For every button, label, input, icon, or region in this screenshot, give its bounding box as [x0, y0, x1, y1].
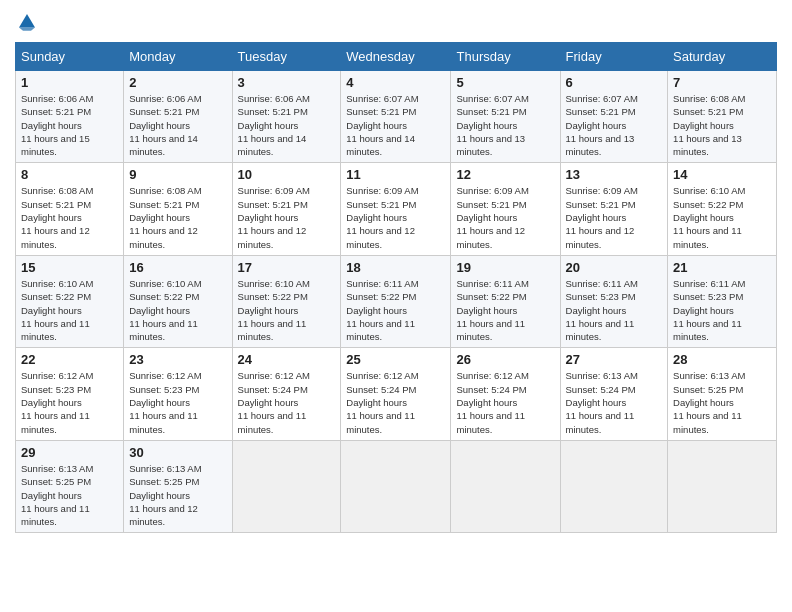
- calendar-cell: 4Sunrise: 6:07 AMSunset: 5:21 PMDaylight…: [341, 71, 451, 163]
- day-info: Sunrise: 6:08 AMSunset: 5:21 PMDaylight …: [129, 184, 226, 250]
- day-info: Sunrise: 6:06 AMSunset: 5:21 PMDaylight …: [129, 92, 226, 158]
- header-wednesday: Wednesday: [341, 43, 451, 71]
- calendar-cell: 3Sunrise: 6:06 AMSunset: 5:21 PMDaylight…: [232, 71, 341, 163]
- header-thursday: Thursday: [451, 43, 560, 71]
- day-info: Sunrise: 6:10 AMSunset: 5:22 PMDaylight …: [238, 277, 336, 343]
- day-info: Sunrise: 6:06 AMSunset: 5:21 PMDaylight …: [21, 92, 118, 158]
- calendar-cell: [560, 440, 668, 532]
- day-number: 9: [129, 167, 226, 182]
- day-number: 29: [21, 445, 118, 460]
- day-info: Sunrise: 6:09 AMSunset: 5:21 PMDaylight …: [238, 184, 336, 250]
- day-info: Sunrise: 6:08 AMSunset: 5:21 PMDaylight …: [673, 92, 771, 158]
- svg-marker-1: [19, 28, 35, 31]
- calendar-cell: 13Sunrise: 6:09 AMSunset: 5:21 PMDayligh…: [560, 163, 668, 255]
- day-info: Sunrise: 6:11 AMSunset: 5:22 PMDaylight …: [346, 277, 445, 343]
- day-number: 1: [21, 75, 118, 90]
- calendar-cell: [668, 440, 777, 532]
- calendar-body: 1Sunrise: 6:06 AMSunset: 5:21 PMDaylight…: [16, 71, 777, 533]
- day-info: Sunrise: 6:10 AMSunset: 5:22 PMDaylight …: [21, 277, 118, 343]
- day-number: 25: [346, 352, 445, 367]
- day-number: 8: [21, 167, 118, 182]
- calendar-cell: 22Sunrise: 6:12 AMSunset: 5:23 PMDayligh…: [16, 348, 124, 440]
- day-info: Sunrise: 6:06 AMSunset: 5:21 PMDaylight …: [238, 92, 336, 158]
- day-info: Sunrise: 6:13 AMSunset: 5:25 PMDaylight …: [21, 462, 118, 528]
- calendar-cell: 14Sunrise: 6:10 AMSunset: 5:22 PMDayligh…: [668, 163, 777, 255]
- calendar-cell: 16Sunrise: 6:10 AMSunset: 5:22 PMDayligh…: [124, 255, 232, 347]
- logo: [15, 10, 43, 34]
- calendar: SundayMondayTuesdayWednesdayThursdayFrid…: [15, 42, 777, 533]
- day-number: 14: [673, 167, 771, 182]
- day-info: Sunrise: 6:13 AMSunset: 5:24 PMDaylight …: [566, 369, 663, 435]
- calendar-cell: 27Sunrise: 6:13 AMSunset: 5:24 PMDayligh…: [560, 348, 668, 440]
- calendar-cell: [341, 440, 451, 532]
- calendar-cell: 17Sunrise: 6:10 AMSunset: 5:22 PMDayligh…: [232, 255, 341, 347]
- day-number: 11: [346, 167, 445, 182]
- day-number: 21: [673, 260, 771, 275]
- day-info: Sunrise: 6:13 AMSunset: 5:25 PMDaylight …: [129, 462, 226, 528]
- calendar-cell: 23Sunrise: 6:12 AMSunset: 5:23 PMDayligh…: [124, 348, 232, 440]
- calendar-cell: 2Sunrise: 6:06 AMSunset: 5:21 PMDaylight…: [124, 71, 232, 163]
- calendar-cell: 1Sunrise: 6:06 AMSunset: 5:21 PMDaylight…: [16, 71, 124, 163]
- day-number: 4: [346, 75, 445, 90]
- day-info: Sunrise: 6:08 AMSunset: 5:21 PMDaylight …: [21, 184, 118, 250]
- header-sunday: Sunday: [16, 43, 124, 71]
- day-number: 2: [129, 75, 226, 90]
- calendar-cell: 20Sunrise: 6:11 AMSunset: 5:23 PMDayligh…: [560, 255, 668, 347]
- day-number: 10: [238, 167, 336, 182]
- day-info: Sunrise: 6:12 AMSunset: 5:23 PMDaylight …: [129, 369, 226, 435]
- day-number: 20: [566, 260, 663, 275]
- week-row-5: 29Sunrise: 6:13 AMSunset: 5:25 PMDayligh…: [16, 440, 777, 532]
- header-tuesday: Tuesday: [232, 43, 341, 71]
- svg-marker-0: [19, 14, 35, 28]
- day-info: Sunrise: 6:10 AMSunset: 5:22 PMDaylight …: [129, 277, 226, 343]
- calendar-cell: 28Sunrise: 6:13 AMSunset: 5:25 PMDayligh…: [668, 348, 777, 440]
- calendar-cell: 5Sunrise: 6:07 AMSunset: 5:21 PMDaylight…: [451, 71, 560, 163]
- day-number: 15: [21, 260, 118, 275]
- day-info: Sunrise: 6:11 AMSunset: 5:23 PMDaylight …: [673, 277, 771, 343]
- day-number: 6: [566, 75, 663, 90]
- calendar-cell: 15Sunrise: 6:10 AMSunset: 5:22 PMDayligh…: [16, 255, 124, 347]
- calendar-cell: 8Sunrise: 6:08 AMSunset: 5:21 PMDaylight…: [16, 163, 124, 255]
- calendar-cell: 11Sunrise: 6:09 AMSunset: 5:21 PMDayligh…: [341, 163, 451, 255]
- header-monday: Monday: [124, 43, 232, 71]
- logo-icon: [15, 10, 39, 34]
- day-info: Sunrise: 6:11 AMSunset: 5:23 PMDaylight …: [566, 277, 663, 343]
- day-number: 12: [456, 167, 554, 182]
- day-number: 7: [673, 75, 771, 90]
- week-row-4: 22Sunrise: 6:12 AMSunset: 5:23 PMDayligh…: [16, 348, 777, 440]
- calendar-header: SundayMondayTuesdayWednesdayThursdayFrid…: [16, 43, 777, 71]
- day-number: 27: [566, 352, 663, 367]
- day-number: 24: [238, 352, 336, 367]
- day-info: Sunrise: 6:07 AMSunset: 5:21 PMDaylight …: [346, 92, 445, 158]
- day-number: 23: [129, 352, 226, 367]
- header-friday: Friday: [560, 43, 668, 71]
- day-number: 30: [129, 445, 226, 460]
- day-info: Sunrise: 6:12 AMSunset: 5:24 PMDaylight …: [456, 369, 554, 435]
- week-row-2: 8Sunrise: 6:08 AMSunset: 5:21 PMDaylight…: [16, 163, 777, 255]
- calendar-cell: 7Sunrise: 6:08 AMSunset: 5:21 PMDaylight…: [668, 71, 777, 163]
- day-number: 18: [346, 260, 445, 275]
- calendar-cell: 10Sunrise: 6:09 AMSunset: 5:21 PMDayligh…: [232, 163, 341, 255]
- calendar-cell: 6Sunrise: 6:07 AMSunset: 5:21 PMDaylight…: [560, 71, 668, 163]
- day-info: Sunrise: 6:10 AMSunset: 5:22 PMDaylight …: [673, 184, 771, 250]
- week-row-1: 1Sunrise: 6:06 AMSunset: 5:21 PMDaylight…: [16, 71, 777, 163]
- day-info: Sunrise: 6:09 AMSunset: 5:21 PMDaylight …: [456, 184, 554, 250]
- header: [15, 10, 777, 34]
- header-row: SundayMondayTuesdayWednesdayThursdayFrid…: [16, 43, 777, 71]
- day-info: Sunrise: 6:12 AMSunset: 5:24 PMDaylight …: [346, 369, 445, 435]
- calendar-cell: 25Sunrise: 6:12 AMSunset: 5:24 PMDayligh…: [341, 348, 451, 440]
- day-info: Sunrise: 6:07 AMSunset: 5:21 PMDaylight …: [566, 92, 663, 158]
- calendar-cell: 19Sunrise: 6:11 AMSunset: 5:22 PMDayligh…: [451, 255, 560, 347]
- calendar-cell: 12Sunrise: 6:09 AMSunset: 5:21 PMDayligh…: [451, 163, 560, 255]
- day-info: Sunrise: 6:09 AMSunset: 5:21 PMDaylight …: [566, 184, 663, 250]
- calendar-cell: 29Sunrise: 6:13 AMSunset: 5:25 PMDayligh…: [16, 440, 124, 532]
- calendar-cell: 9Sunrise: 6:08 AMSunset: 5:21 PMDaylight…: [124, 163, 232, 255]
- day-number: 28: [673, 352, 771, 367]
- day-number: 19: [456, 260, 554, 275]
- calendar-cell: 21Sunrise: 6:11 AMSunset: 5:23 PMDayligh…: [668, 255, 777, 347]
- day-info: Sunrise: 6:13 AMSunset: 5:25 PMDaylight …: [673, 369, 771, 435]
- header-saturday: Saturday: [668, 43, 777, 71]
- day-number: 13: [566, 167, 663, 182]
- day-info: Sunrise: 6:07 AMSunset: 5:21 PMDaylight …: [456, 92, 554, 158]
- calendar-cell: [451, 440, 560, 532]
